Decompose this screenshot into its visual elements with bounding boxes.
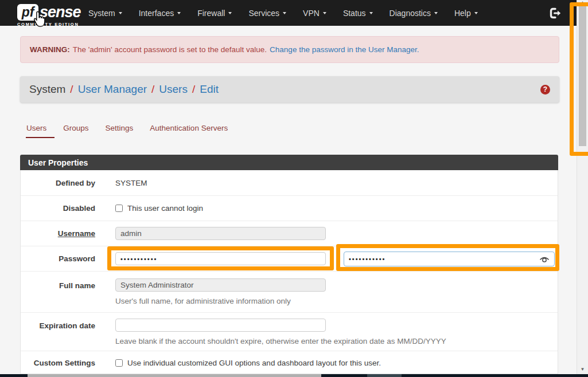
change-password-link[interactable]: Change the password in the User Manager.: [270, 45, 419, 54]
pfsense-logo-tile: pf: [17, 4, 38, 21]
panel-body: Defined by SYSTEM Disabled This user can…: [20, 170, 558, 374]
menu-firewall[interactable]: Firewall: [197, 9, 232, 18]
username-label: Username: [21, 229, 95, 238]
password-label: Password: [21, 254, 95, 263]
expiration-date-row: Expiration date Leave blank if the accou…: [21, 313, 558, 351]
scrollbar-thumb[interactable]: [579, 5, 586, 146]
chevron-down-icon: [283, 12, 286, 14]
expiration-date-label: Expiration date: [21, 319, 95, 330]
disabled-label: Disabled: [21, 204, 95, 213]
confirm-password-input[interactable]: [344, 252, 555, 266]
tab-users[interactable]: Users: [26, 123, 54, 138]
tab-settings[interactable]: Settings: [105, 123, 142, 138]
breadcrumb: System / User Manager / Users / Edit ?: [20, 76, 559, 103]
menu-vpn[interactable]: VPN: [303, 9, 326, 18]
disabled-row: Disabled This user cannot login: [21, 196, 558, 221]
full-name-label: Full name: [21, 278, 95, 290]
menu-services-label: Services: [248, 9, 279, 18]
menu-status[interactable]: Status: [343, 9, 373, 18]
username-input: [115, 227, 326, 240]
chevron-down-icon: [474, 12, 478, 14]
pfsense-logo-text: sense: [40, 3, 81, 21]
chevron-down-icon: [177, 12, 181, 14]
defined-by-row: Defined by SYSTEM: [21, 170, 558, 196]
expiration-date-input[interactable]: [115, 319, 326, 332]
username-row: Username: [21, 221, 558, 246]
menu-status-label: Status: [343, 9, 366, 18]
custom-settings-checkbox[interactable]: [115, 359, 123, 367]
disabled-checkbox[interactable]: [115, 205, 123, 212]
breadcrumb-separator: /: [151, 83, 154, 96]
pfsense-logo[interactable]: pf sense COMMUNITY EDITION: [17, 3, 81, 27]
menu-diagnostics-label: Diagnostics: [390, 9, 431, 18]
menu-system[interactable]: System: [88, 9, 122, 18]
sign-out-icon: [548, 7, 562, 19]
breadcrumb-separator: /: [192, 83, 195, 96]
help-icon[interactable]: ?: [540, 85, 550, 95]
breadcrumb-users-link[interactable]: Users: [159, 83, 188, 96]
chevron-down-icon: [369, 12, 373, 14]
warning-message: The 'admin' account password is set to t…: [73, 45, 267, 54]
chevron-down-icon: [228, 12, 232, 14]
tab-groups[interactable]: Groups: [63, 123, 96, 138]
custom-settings-row: Custom Settings Use individual customize…: [21, 351, 558, 374]
password-warning-banner: WARNING: The 'admin' account password is…: [20, 36, 559, 63]
eye-icon: [539, 255, 550, 264]
full-name-row: Full name User's full name, for administ…: [21, 272, 558, 313]
scrollbar-down-arrow[interactable]: ▼: [577, 367, 588, 372]
pfsense-logo-tagline: COMMUNITY EDITION: [17, 22, 81, 27]
menu-help[interactable]: Help: [454, 9, 478, 18]
custom-settings-checkbox-label: Use individual customized GUI options an…: [127, 359, 381, 367]
reveal-password-button[interactable]: [539, 255, 550, 265]
expiration-date-help: Leave blank if the account shouldn't exp…: [115, 337, 558, 345]
full-name-input: [115, 278, 326, 292]
password-row: Password: [21, 246, 558, 272]
menu-diagnostics[interactable]: Diagnostics: [390, 9, 438, 18]
chevron-down-icon: [323, 12, 326, 14]
vertical-scrollbar[interactable]: ▲ ▼: [577, 0, 588, 377]
warning-prefix: WARNING:: [30, 45, 70, 54]
logout-button[interactable]: [548, 7, 562, 22]
chevron-down-icon: [119, 12, 122, 14]
breadcrumb-separator: /: [70, 83, 73, 96]
password-input[interactable]: [115, 252, 326, 265]
menu-interfaces[interactable]: Interfaces: [139, 9, 181, 18]
menu-vpn-label: VPN: [303, 9, 320, 18]
disabled-checkbox-label: This user cannot login: [127, 204, 203, 213]
top-navbar: pf sense COMMUNITY EDITION System Interf…: [0, 0, 577, 26]
breadcrumb-user-manager-link[interactable]: User Manager: [78, 83, 147, 96]
bottom-window-edge: [0, 374, 588, 377]
tab-authentication-servers[interactable]: Authentication Servers: [149, 123, 236, 138]
breadcrumb-edit-link[interactable]: Edit: [200, 83, 219, 96]
menu-interfaces-label: Interfaces: [139, 9, 174, 18]
custom-settings-label: Custom Settings: [21, 359, 95, 374]
user-properties-panel: User Properties Defined by SYSTEM Disabl…: [20, 155, 558, 374]
menu-services[interactable]: Services: [248, 9, 286, 18]
bottom-edge-gray-segment: [28, 374, 321, 377]
menu-system-label: System: [88, 9, 115, 18]
panel-title: User Properties: [20, 155, 558, 170]
defined-by-value: SYSTEM: [115, 179, 558, 187]
chevron-down-icon: [434, 12, 438, 14]
menu-firewall-label: Firewall: [197, 9, 225, 18]
breadcrumb-section: System: [29, 83, 65, 96]
tab-bar: Users Groups Settings Authentication Ser…: [26, 123, 236, 138]
bottom-edge-slate-segment: [367, 374, 402, 377]
defined-by-label: Defined by: [21, 179, 95, 187]
menu-help-label: Help: [454, 9, 471, 18]
main-menu: System Interfaces Firewall Services VPN …: [88, 0, 478, 26]
full-name-help: User's full name, for administrative inf…: [115, 297, 558, 305]
